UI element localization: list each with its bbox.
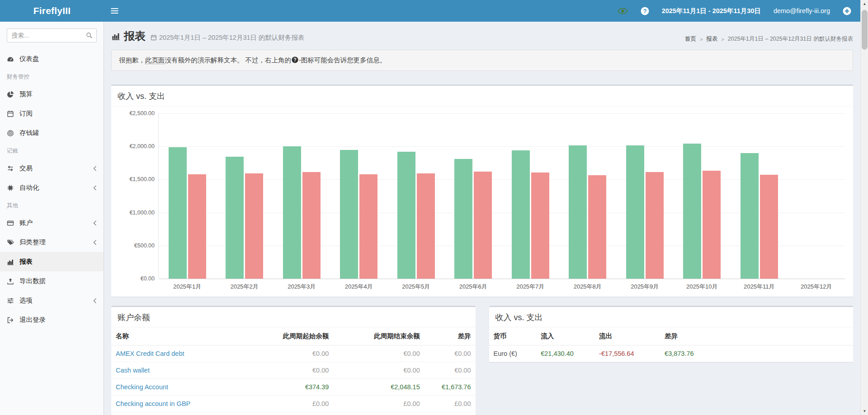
chart-columns: 2025年1月2025年2月2025年3月2025年4月2025年5月2025年…: [159, 113, 845, 279]
bar-expense-2025年3月: [302, 172, 321, 279]
calendar-icon: [7, 110, 19, 117]
table-row: Credit card in USD $0.00 $0.00 $0.00: [111, 412, 476, 415]
sidebar-item-budgets[interactable]: 预算: [0, 84, 104, 104]
sidebar-item-subscriptions[interactable]: 订阅: [0, 104, 104, 123]
eye-icon: [618, 8, 628, 14]
hamburger-icon: [111, 8, 118, 14]
breadcrumb: 首页 报表 2025年1月1日 – 2025年12月31日 的默认财务报表: [685, 29, 853, 43]
cell-difference: $0.00: [425, 412, 476, 415]
chevron-left-icon: [93, 220, 97, 226]
col-header-inflow: 流入: [536, 327, 594, 345]
chart-column: 2025年6月: [445, 113, 502, 279]
cell-end-balance: $0.00: [333, 412, 424, 415]
chart-box-title: 收入 vs. 支出: [118, 91, 847, 102]
bar-income-2025年3月: [283, 146, 301, 279]
y-tick-label: €2,500.00: [129, 110, 155, 117]
credit-card-icon: [7, 219, 19, 227]
cell-currency: Euro (€): [489, 345, 537, 362]
chart-column: 2025年3月: [273, 113, 330, 279]
cell-start-balance: £0.00: [246, 396, 333, 412]
income-expense-summary-box: 收入 vs. 支出 货币 流入 流出 差异 Euro (€) €21,430.4…: [489, 306, 854, 362]
chevron-left-icon: [93, 298, 97, 303]
chart-area: €2,500.00€2,000.00€1,500.00€1,000.00€500…: [117, 112, 849, 292]
help-button[interactable]: ?: [641, 7, 649, 15]
search-button[interactable]: [82, 29, 96, 42]
chart-y-axis: €2,500.00€2,000.00€1,500.00€1,000.00€500…: [117, 113, 155, 279]
sidebar-section-header: 其他: [0, 197, 104, 213]
chart-column: 2025年7月: [502, 113, 559, 279]
logout-button[interactable]: [843, 7, 851, 15]
breadcrumb-separator: [721, 36, 724, 42]
sidebar-item-accounts[interactable]: 账户: [0, 213, 104, 233]
bar-income-2025年4月: [340, 150, 358, 279]
vertical-scrollbar: ▲ ▼: [860, 0, 868, 415]
demo-eye-toggle[interactable]: [618, 8, 628, 14]
scrollbar-up-arrow[interactable]: ▲: [861, 0, 868, 8]
plus-circle-icon: [843, 7, 851, 15]
exchange-icon: [7, 165, 19, 172]
demo-info-message: 很抱歉，此页面没有额外的演示解释文本。 不过，右上角的?-图标可能会告诉您更多信…: [111, 50, 853, 71]
income-expense-chart-box: 收入 vs. 支出 €2,500.00€2,000.00€1,500.00€1,…: [111, 84, 853, 297]
sidebar: 仪表盘 财务管控 预算 订阅 存钱罐 记账 交易 自动化 其他 账户: [0, 22, 104, 415]
table-row: Cash wallet €0.00 €0.00 €0.00: [111, 362, 476, 379]
account-balances-table: 名称 此周期起始余额 此周期结束余额 差异 AMEX Credit Card d…: [111, 327, 476, 415]
dashboard-icon: [7, 56, 19, 63]
breadcrumb-home-link[interactable]: 首页: [685, 35, 696, 43]
sidebar-item-piggy-banks[interactable]: 存钱罐: [0, 123, 104, 143]
x-axis-label: 2025年12月: [779, 279, 854, 291]
account-link[interactable]: Checking Account: [116, 383, 168, 391]
sign-out-icon: [7, 317, 19, 324]
chevron-left-icon: [93, 240, 97, 245]
sidebar-item-export-data[interactable]: 导出数据: [0, 271, 104, 291]
sidebar-search: [7, 28, 97, 42]
account-link[interactable]: Checking account in GBP: [116, 400, 190, 407]
search-icon: [86, 32, 93, 39]
account-link[interactable]: AMEX Credit Card debt: [116, 350, 184, 357]
sidebar-item-automation[interactable]: 自动化: [0, 178, 104, 197]
chart-column: 2025年8月: [559, 113, 617, 279]
chevron-left-icon: [93, 166, 97, 171]
sidebar-item-transactions[interactable]: 交易: [0, 159, 104, 178]
app-logo[interactable]: FireflyIII: [0, 0, 104, 22]
bar-income-2025年8月: [569, 145, 587, 279]
bar-income-2025年1月: [169, 147, 187, 279]
account-box-title: 账户余额: [118, 312, 469, 323]
cell-start-balance: €0.00: [246, 345, 333, 362]
bar-expense-2025年7月: [531, 173, 549, 279]
summary-box-header: 收入 vs. 支出: [489, 307, 854, 327]
microchip-icon: [7, 184, 19, 191]
col-header-difference: 差异: [425, 327, 476, 345]
chevron-left-icon: [93, 185, 97, 191]
cell-start-balance: $0.00: [246, 412, 333, 415]
col-header-end-balance: 此周期结束余额: [333, 327, 424, 345]
scrollbar-down-arrow[interactable]: ▼: [861, 407, 868, 415]
sidebar-item-classification[interactable]: 归类整理: [0, 233, 104, 252]
sidebar-item-dashboard[interactable]: 仪表盘: [0, 49, 104, 69]
sidebar-item-logout[interactable]: 退出登录: [0, 310, 104, 330]
bar-expense-2025年11月: [760, 175, 778, 279]
user-email-menu[interactable]: demo@firefly-iii.org: [774, 7, 830, 14]
sidebar-item-options[interactable]: 选项: [0, 291, 104, 310]
account-link[interactable]: Cash wallet: [116, 367, 150, 374]
col-header-start-balance: 此周期起始余额: [246, 327, 333, 345]
chart-column: 2025年5月: [387, 113, 445, 279]
sidebar-section-header: 记账: [0, 143, 104, 159]
bar-income-2025年5月: [397, 152, 415, 279]
content-header: 报表 2025年1月1日 – 2025年12月31日 的默认财务报表 首页 报表…: [104, 22, 860, 47]
account-box-header: 账户余额: [111, 307, 476, 327]
page-subtitle: 2025年1月1日 – 2025年12月31日 的默认财务报表: [151, 31, 305, 42]
sidebar-toggle-button[interactable]: [104, 0, 125, 22]
breadcrumb-reports-link[interactable]: 报表: [706, 35, 717, 43]
cell-end-balance: £0.00: [333, 396, 424, 412]
this-page-link[interactable]: 此页面: [145, 56, 165, 64]
bar-income-2025年9月: [626, 145, 644, 279]
sidebar-section-header: 财务管控: [0, 69, 104, 84]
chart-column: 2025年10月: [674, 113, 731, 279]
date-range-selector[interactable]: 2025年11月1日 - 2025年11月30日: [662, 7, 761, 15]
scrollbar-thumb[interactable]: [862, 10, 868, 50]
tags-icon: [7, 239, 19, 246]
bar-expense-2025年4月: [359, 174, 377, 279]
chart-column: 2025年9月: [616, 113, 674, 279]
sidebar-item-reports[interactable]: 报表: [0, 252, 104, 271]
cell-start-balance: €0.00: [246, 362, 333, 379]
